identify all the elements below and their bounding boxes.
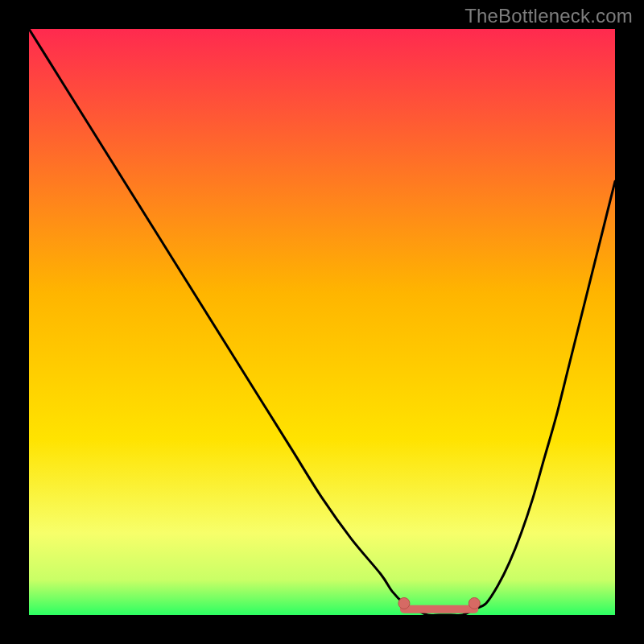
range-marker bbox=[469, 597, 480, 609]
plot-area bbox=[29, 29, 615, 615]
range-marker bbox=[398, 597, 410, 609]
watermark-text: TheBottleneck.com bbox=[464, 5, 633, 27]
chart-frame: TheBottleneck.com bbox=[0, 0, 644, 644]
bottleneck-curve-chart bbox=[29, 29, 615, 615]
gradient-background bbox=[29, 29, 615, 615]
